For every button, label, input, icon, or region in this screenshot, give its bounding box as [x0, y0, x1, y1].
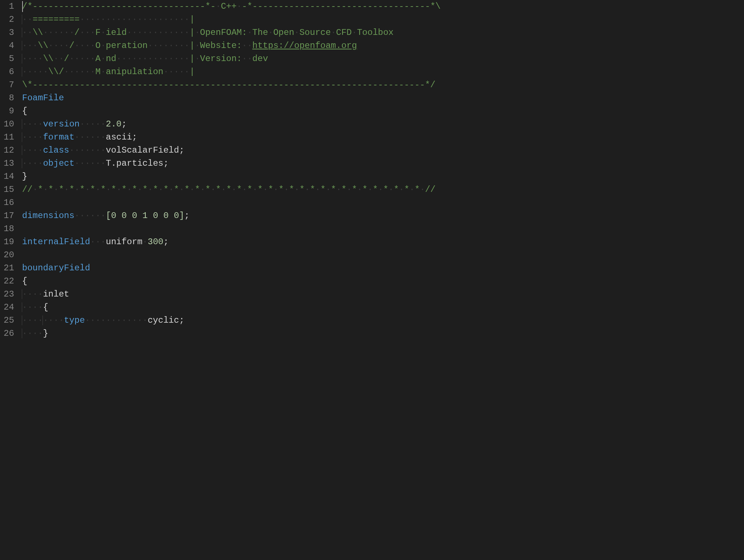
line-number: 11	[4, 131, 14, 144]
line-number: 7	[4, 78, 14, 92]
code-line[interactable]: /*---------------------------------*-·C+…	[22, 0, 744, 13]
code-line[interactable]: ····inlet	[22, 288, 744, 301]
code-line[interactable]: ····\\··/·····A·nd··············|·Versio…	[22, 52, 744, 65]
text-cursor-icon	[22, 1, 23, 12]
code-line[interactable]: internalField···uniform·300;	[22, 235, 744, 249]
line-number: 12	[4, 144, 14, 157]
code-line[interactable]: ···\\····/····O·peration········|·Websit…	[22, 39, 744, 52]
line-number: 13	[4, 157, 14, 170]
line-number: 6	[4, 65, 14, 78]
code-line[interactable]: ··=========·····················|	[22, 13, 744, 26]
line-number: 16	[4, 196, 14, 209]
code-line[interactable]: //·*·*·*·*·*·*·*·*·*·*·*·*·*·*·*·*·*·*·*…	[22, 183, 744, 196]
code-line[interactable]	[22, 222, 744, 235]
line-number: 4	[4, 39, 14, 52]
code-line[interactable]: FoamFile	[22, 92, 744, 105]
code-line[interactable]: boundaryField	[22, 262, 744, 275]
line-number: 20	[4, 249, 14, 262]
line-number: 18	[4, 222, 14, 235]
line-number: 1	[4, 0, 14, 13]
line-number-gutter: 1 2 3 4 5 6 7 8 9 10 11 12 13 14 15 16 1…	[0, 0, 21, 340]
line-number: 14	[4, 170, 14, 183]
line-number: 23	[4, 288, 14, 301]
code-line[interactable]: dimensions······[0 0 0 1 0 0 0];	[22, 209, 744, 222]
code-line[interactable]: ····object······T.particles;	[22, 157, 744, 170]
code-line[interactable]: ····class·······volScalarField;	[22, 144, 744, 157]
line-number: 26	[4, 327, 14, 340]
line-number: 15	[4, 183, 14, 196]
line-number: 2	[4, 13, 14, 26]
code-area[interactable]: /*---------------------------------*-·C+…	[21, 0, 744, 340]
line-number: 17	[4, 209, 14, 222]
code-line[interactable]: ····version·····2.0;	[22, 118, 744, 131]
line-number: 19	[4, 235, 14, 249]
code-line[interactable]: {	[22, 105, 744, 118]
code-line[interactable]: \*--------------------------------------…	[22, 78, 744, 92]
code-line[interactable]: ········type············cyclic;	[22, 314, 744, 327]
line-number: 22	[4, 275, 14, 288]
code-line[interactable]	[22, 249, 744, 262]
code-line[interactable]: ··\\······/···F·ield············|·OpenFO…	[22, 26, 744, 39]
line-number: 5	[4, 52, 14, 65]
code-line[interactable]: ····}	[22, 327, 744, 340]
line-number: 24	[4, 301, 14, 314]
code-line[interactable]: ····{	[22, 301, 744, 314]
code-line[interactable]	[22, 196, 744, 209]
code-editor[interactable]: 1 2 3 4 5 6 7 8 9 10 11 12 13 14 15 16 1…	[0, 0, 744, 340]
line-number: 25	[4, 314, 14, 327]
line-number: 8	[4, 92, 14, 105]
line-number: 3	[4, 26, 14, 39]
code-line[interactable]: {	[22, 275, 744, 288]
code-line[interactable]: ····format······ascii;	[22, 131, 744, 144]
code-line[interactable]: }	[22, 170, 744, 183]
line-number: 9	[4, 105, 14, 118]
line-number: 21	[4, 262, 14, 275]
code-line[interactable]: ·····\\/······M·anipulation·····|	[22, 65, 744, 78]
line-number: 10	[4, 118, 14, 131]
